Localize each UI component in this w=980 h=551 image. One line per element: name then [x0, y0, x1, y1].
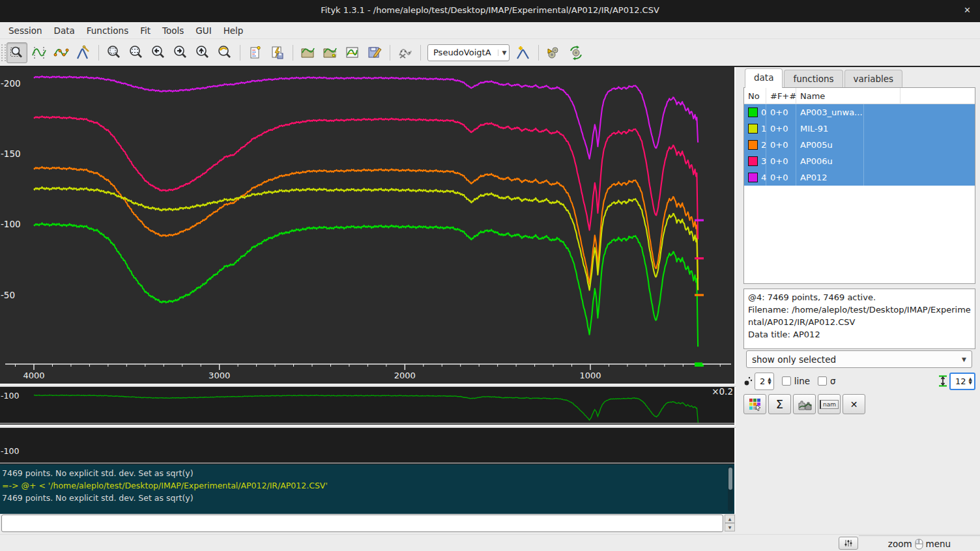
execute-script-icon: [270, 45, 285, 61]
spectrum-curve-AP006u: [34, 116, 698, 239]
save-image-button[interactable]: [342, 42, 363, 63]
main-plot[interactable]: 4000300020001000-200-150-100-50: [0, 67, 736, 384]
tab-functions[interactable]: functions: [784, 70, 843, 88]
sidebar: data functions variables No #F+# Name 00…: [736, 67, 980, 534]
zoom-previous-button[interactable]: [214, 42, 235, 63]
dataset-color-swatch[interactable]: [748, 140, 758, 150]
log-button[interactable]: [245, 42, 266, 63]
delete-data-button[interactable]: ✕: [843, 394, 865, 414]
row-name-cell: AP006u: [796, 153, 864, 169]
menu-data[interactable]: Data: [48, 23, 81, 38]
aux2-canvas[interactable]: -100: [0, 428, 734, 464]
sum-button[interactable]: Σ: [768, 394, 791, 414]
mouse-config-button[interactable]: [839, 537, 858, 550]
dataset-color-swatch[interactable]: [748, 124, 758, 134]
row-name-cell: MIL-91: [796, 120, 864, 137]
rename-icon: nam: [820, 400, 839, 409]
rename-data-button[interactable]: nam: [818, 394, 841, 414]
tab-variables[interactable]: variables: [844, 70, 903, 88]
function-type-combo[interactable]: PseudoVoigtA ▼: [427, 44, 510, 61]
open-data-icon: [300, 45, 316, 61]
zoom-left-button[interactable]: [148, 42, 169, 63]
baseline-mode-button[interactable]: [51, 42, 72, 63]
mouse-icon: [914, 538, 924, 550]
menu-functions[interactable]: Functions: [81, 23, 134, 38]
close-window-button[interactable]: ✕: [964, 5, 971, 15]
zoom-vertical-icon: [128, 45, 144, 61]
aux1-canvas[interactable]: -100×0.2: [0, 387, 734, 425]
auxiliary-plot-1[interactable]: -100×0.2: [0, 387, 736, 425]
aux-diff-curve: [34, 395, 698, 423]
menu-help[interactable]: Help: [218, 23, 250, 38]
execute-script-button[interactable]: [267, 42, 288, 63]
history-down-button[interactable]: ▼: [725, 523, 735, 531]
menu-session[interactable]: Session: [3, 23, 48, 38]
zoom-up-button[interactable]: [192, 42, 213, 63]
table-row[interactable]: 40+0AP012: [744, 169, 975, 186]
zoom-mode-button[interactable]: [7, 42, 27, 63]
dataset-color-swatch[interactable]: [748, 173, 758, 182]
console-scrollbar-thumb[interactable]: [728, 468, 732, 490]
add-function-button[interactable]: [513, 42, 534, 63]
data-range-mode-button[interactable]: [29, 42, 50, 63]
history-spinner: ▲ ▼: [725, 515, 735, 532]
add-peak-mode-button[interactable]: [73, 42, 94, 63]
menu-tools[interactable]: Tools: [156, 23, 190, 38]
export-data-button[interactable]: [793, 394, 816, 414]
main-plot-canvas[interactable]: 4000300020001000-200-150-100-50: [0, 67, 734, 384]
fit-continue-button[interactable]: [566, 42, 586, 63]
svg-text:-100: -100: [1, 446, 19, 456]
zoom-previous-icon: [217, 45, 233, 61]
zoom-all-button[interactable]: [104, 42, 124, 63]
point-size-spinner[interactable]: 2 ▲▼: [755, 373, 774, 390]
chevron-down-icon: ▼: [962, 356, 966, 363]
color-map-button[interactable]: [743, 394, 766, 414]
row-ff-cell: 0+0: [766, 169, 796, 186]
auxiliary-plot-2[interactable]: -100: [0, 428, 736, 464]
fit-run-button[interactable]: [543, 42, 564, 63]
table-row[interactable]: 30+0AP006u: [744, 153, 975, 169]
console-line: 7469 points. No explicit std. dev. Set a…: [2, 467, 729, 479]
toolbar-grip[interactable]: [1, 44, 6, 61]
zoom-right-button[interactable]: [170, 42, 191, 63]
output-console[interactable]: 7469 points. No explicit std. dev. Set a…: [0, 464, 736, 514]
spinner-arrows[interactable]: ▲▼: [969, 377, 974, 385]
data-editor-button[interactable]: [364, 42, 385, 63]
open-data-button[interactable]: [298, 42, 319, 63]
console-scrollbar[interactable]: [728, 466, 733, 511]
append-data-button[interactable]: [320, 42, 341, 63]
shift-spinner[interactable]: 12 ▲▼: [949, 373, 975, 390]
dataset-color-swatch[interactable]: [748, 107, 758, 117]
menu-fit[interactable]: Fit: [134, 23, 156, 38]
data-editor-icon: [367, 45, 382, 61]
spectrum-curve-AP003_unwa...: [34, 223, 698, 346]
line-checkbox[interactable]: [782, 376, 791, 386]
history-up-button[interactable]: ▲: [725, 515, 735, 523]
menu-gui[interactable]: GUI: [190, 23, 217, 38]
info-points-line: @4: 7469 points, 7469 active.: [748, 291, 971, 304]
tab-data[interactable]: data: [745, 68, 783, 88]
spinner-arrows[interactable]: ▲▼: [768, 377, 773, 385]
zoom-all-icon: [106, 45, 122, 61]
svg-text:2000: 2000: [394, 371, 416, 380]
row-ff-cell: 0+0: [766, 137, 796, 153]
table-row[interactable]: 00+0AP003_unwa...: [744, 104, 975, 120]
zoom-right-icon: [173, 45, 188, 61]
row-no-cell: 0: [744, 104, 766, 120]
row-no-cell: 3: [744, 153, 766, 169]
show-mode-combo[interactable]: show only selected ▼: [746, 350, 972, 368]
sigma-checkbox[interactable]: [818, 376, 827, 386]
log-icon: [248, 45, 263, 61]
point-size-value: 2: [755, 376, 768, 386]
zoom-mode-icon: [9, 45, 25, 61]
dataset-color-swatch[interactable]: [748, 156, 758, 166]
zoom-vertical-button[interactable]: [126, 42, 147, 63]
add-peak-mode-icon: [76, 45, 91, 61]
command-input[interactable]: [1, 515, 723, 532]
table-row[interactable]: 20+0AP005u: [744, 137, 975, 153]
svg-text:1000: 1000: [579, 371, 601, 380]
svg-text:-100: -100: [1, 219, 21, 229]
transform-data-button[interactable]: [395, 42, 416, 63]
table-row[interactable]: 10+0MIL-91: [744, 120, 975, 137]
zoom-left-icon: [151, 45, 166, 61]
